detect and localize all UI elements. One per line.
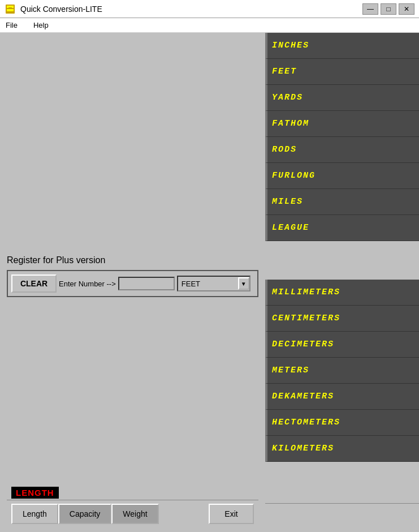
- conv-btn-hectometers[interactable]: HECTOMETERS: [265, 410, 419, 436]
- conv-btn-decimeters[interactable]: DECIMETERS: [265, 332, 419, 358]
- title-bar: Quick Conversion-LITE — □ ✕: [0, 0, 419, 18]
- conv-btn-kilometers[interactable]: KILOMETERS: [265, 436, 419, 462]
- conv-label-fathom: FATHOM: [272, 119, 309, 128]
- app-icon: [5, 3, 16, 15]
- conv-btn-yards[interactable]: YARDS: [265, 85, 419, 111]
- lower-conversions: MILLIMETERSCENTIMETERSDECIMETERSMETERSDE…: [265, 280, 419, 462]
- conv-btn-fathom[interactable]: FATHOM: [265, 111, 419, 137]
- svg-rect-2: [7, 9, 14, 11]
- conv-label-millimeters: MILLIMETERS: [272, 288, 340, 297]
- conv-label-rods: RODS: [272, 145, 297, 155]
- right-spacer: [265, 462, 419, 503]
- conv-label-dekameters: DEKAMETERS: [272, 392, 334, 401]
- close-button[interactable]: ✕: [399, 3, 414, 15]
- menu-help[interactable]: Help: [30, 20, 52, 31]
- minimize-button[interactable]: —: [362, 3, 378, 15]
- right-bottom-spacer: [265, 503, 419, 532]
- capacity-button[interactable]: Capacity: [58, 504, 111, 524]
- weight-button[interactable]: Weight: [111, 504, 158, 524]
- category-label: LENGTH: [11, 487, 59, 499]
- menu-file[interactable]: File: [2, 20, 21, 31]
- dropdown-arrow-icon[interactable]: ▼: [238, 277, 249, 290]
- input-row-spacer: [265, 241, 419, 280]
- left-panel: Register for Plus version CLEAR Enter Nu…: [0, 33, 265, 532]
- conv-btn-league[interactable]: LEAGUE: [265, 215, 419, 241]
- svg-rect-3: [8, 7, 12, 8]
- right-panel: INCHESFEETYARDSFATHOMRODSFURLONGMILESLEA…: [265, 33, 419, 532]
- input-row: CLEAR Enter Number --> FEET ▼: [7, 270, 258, 297]
- conv-label-miles: MILES: [272, 197, 303, 207]
- register-area: Register for Plus version: [7, 37, 258, 270]
- upper-conversions: INCHESFEETYARDSFATHOMRODSFURLONGMILESLEA…: [265, 33, 419, 241]
- conv-label-centimeters: CENTIMETERS: [272, 314, 340, 323]
- category-label-row: LENGTH: [7, 483, 258, 500]
- conv-btn-miles[interactable]: MILES: [265, 189, 419, 215]
- conv-label-meters: METERS: [272, 366, 309, 375]
- conv-btn-rods[interactable]: RODS: [265, 137, 419, 163]
- conv-label-furlong: FURLONG: [272, 171, 316, 181]
- conv-label-inches: INCHES: [272, 41, 309, 50]
- unit-dropdown[interactable]: FEET ▼: [177, 276, 250, 291]
- register-text: Register for Plus version: [7, 255, 105, 265]
- window-title: Quick Conversion-LITE: [20, 5, 102, 14]
- conv-label-feet: FEET: [272, 67, 297, 76]
- conv-label-kilometers: KILOMETERS: [272, 444, 334, 453]
- conv-btn-millimeters[interactable]: MILLIMETERS: [265, 280, 419, 306]
- conv-btn-inches[interactable]: INCHES: [265, 33, 419, 59]
- menu-bar: File Help: [0, 18, 419, 33]
- bottom-buttons: Length Capacity Weight Exit: [7, 500, 258, 527]
- conv-label-yards: YARDS: [272, 93, 303, 102]
- exit-button[interactable]: Exit: [209, 504, 254, 524]
- restore-button[interactable]: □: [381, 3, 396, 15]
- conv-btn-furlong[interactable]: FURLONG: [265, 163, 419, 189]
- enter-label: Enter Number -->: [59, 280, 116, 288]
- conv-label-hectometers: HECTOMETERS: [272, 418, 340, 427]
- conv-btn-feet[interactable]: FEET: [265, 59, 419, 85]
- length-button[interactable]: Length: [11, 504, 58, 524]
- conv-btn-dekameters[interactable]: DEKAMETERS: [265, 384, 419, 410]
- window-controls: — □ ✕: [362, 3, 414, 15]
- conv-btn-meters[interactable]: METERS: [265, 358, 419, 384]
- clear-button[interactable]: CLEAR: [11, 274, 57, 293]
- conv-label-league: LEAGUE: [272, 223, 309, 233]
- conv-label-decimeters: DECIMETERS: [272, 340, 334, 349]
- conv-btn-centimeters[interactable]: CENTIMETERS: [265, 306, 419, 332]
- number-input[interactable]: [118, 277, 175, 290]
